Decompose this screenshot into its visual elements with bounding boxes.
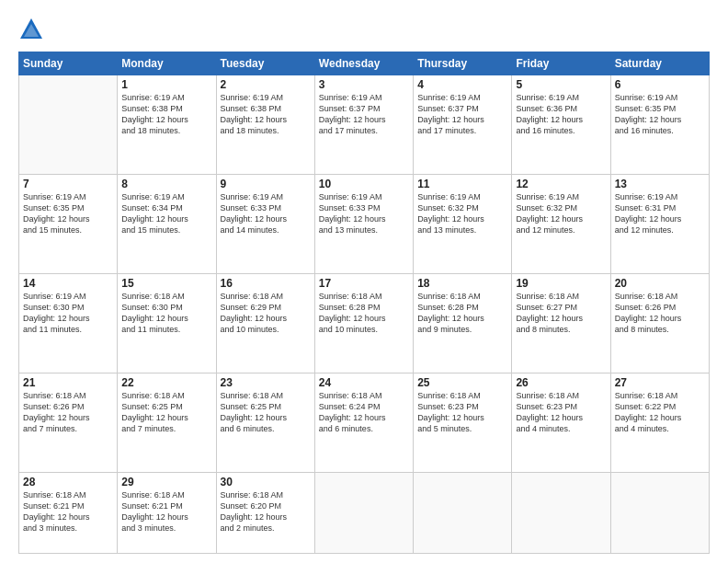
- day-info: Sunrise: 6:18 AMSunset: 6:23 PMDaylight:…: [516, 390, 606, 435]
- logo: [18, 17, 48, 42]
- week-row-2: 14Sunrise: 6:19 AMSunset: 6:30 PMDayligh…: [19, 273, 710, 373]
- day-number: 20: [615, 277, 705, 290]
- day-info: Sunrise: 6:18 AMSunset: 6:25 PMDaylight:…: [121, 390, 211, 435]
- day-info: Sunrise: 6:18 AMSunset: 6:25 PMDaylight:…: [221, 390, 311, 435]
- calendar-cell: 1Sunrise: 6:19 AMSunset: 6:38 PMDaylight…: [118, 75, 216, 175]
- day-number: 10: [319, 178, 409, 190]
- day-info: Sunrise: 6:18 AMSunset: 6:29 PMDaylight:…: [221, 291, 311, 336]
- day-info: Sunrise: 6:19 AMSunset: 6:30 PMDaylight:…: [23, 291, 113, 336]
- day-info: Sunrise: 6:19 AMSunset: 6:37 PMDaylight:…: [319, 92, 409, 137]
- day-number: 4: [417, 78, 507, 91]
- day-number: 22: [121, 376, 211, 389]
- calendar-cell: 19Sunrise: 6:18 AMSunset: 6:27 PMDayligh…: [512, 273, 610, 373]
- calendar-cell: 26Sunrise: 6:18 AMSunset: 6:23 PMDayligh…: [512, 373, 610, 472]
- weekday-header-wednesday: Wednesday: [314, 52, 413, 75]
- calendar-cell: 21Sunrise: 6:18 AMSunset: 6:26 PMDayligh…: [19, 373, 118, 472]
- day-number: 3: [319, 78, 409, 91]
- calendar-cell: 11Sunrise: 6:19 AMSunset: 6:32 PMDayligh…: [414, 174, 512, 273]
- day-number: 7: [23, 178, 113, 190]
- day-number: 16: [221, 277, 311, 290]
- day-number: 11: [417, 178, 507, 190]
- day-number: 26: [516, 376, 606, 389]
- day-info: Sunrise: 6:18 AMSunset: 6:21 PMDaylight:…: [23, 489, 113, 534]
- day-number: 27: [615, 376, 705, 389]
- day-info: Sunrise: 6:19 AMSunset: 6:35 PMDaylight:…: [23, 191, 113, 236]
- day-info: Sunrise: 6:18 AMSunset: 6:22 PMDaylight:…: [615, 390, 705, 435]
- logo-icon: [18, 17, 44, 42]
- day-number: 15: [121, 277, 211, 290]
- day-number: 14: [23, 277, 113, 290]
- day-info: Sunrise: 6:19 AMSunset: 6:35 PMDaylight:…: [615, 92, 705, 137]
- calendar-cell: 17Sunrise: 6:18 AMSunset: 6:28 PMDayligh…: [314, 273, 413, 373]
- day-number: 21: [23, 376, 113, 389]
- calendar-cell: 16Sunrise: 6:18 AMSunset: 6:29 PMDayligh…: [216, 273, 314, 373]
- calendar-cell: 14Sunrise: 6:19 AMSunset: 6:30 PMDayligh…: [19, 273, 118, 373]
- day-info: Sunrise: 6:18 AMSunset: 6:28 PMDaylight:…: [417, 291, 507, 336]
- day-info: Sunrise: 6:18 AMSunset: 6:27 PMDaylight:…: [516, 291, 606, 336]
- calendar-cell: 24Sunrise: 6:18 AMSunset: 6:24 PMDayligh…: [314, 373, 413, 472]
- day-info: Sunrise: 6:18 AMSunset: 6:26 PMDaylight:…: [23, 390, 113, 435]
- week-row-4: 28Sunrise: 6:18 AMSunset: 6:21 PMDayligh…: [19, 472, 710, 553]
- day-info: Sunrise: 6:19 AMSunset: 6:33 PMDaylight:…: [319, 191, 409, 236]
- day-number: 23: [221, 376, 311, 389]
- calendar-cell: 12Sunrise: 6:19 AMSunset: 6:32 PMDayligh…: [512, 174, 610, 273]
- day-info: Sunrise: 6:19 AMSunset: 6:37 PMDaylight:…: [417, 92, 507, 137]
- calendar-cell: 7Sunrise: 6:19 AMSunset: 6:35 PMDaylight…: [19, 174, 118, 273]
- weekday-header-thursday: Thursday: [414, 52, 512, 75]
- day-info: Sunrise: 6:18 AMSunset: 6:30 PMDaylight:…: [121, 291, 211, 336]
- day-info: Sunrise: 6:18 AMSunset: 6:24 PMDaylight:…: [319, 390, 409, 435]
- day-number: 1: [121, 78, 211, 91]
- weekday-header-tuesday: Tuesday: [216, 52, 314, 75]
- day-info: Sunrise: 6:19 AMSunset: 6:38 PMDaylight:…: [121, 92, 211, 137]
- day-info: Sunrise: 6:19 AMSunset: 6:32 PMDaylight:…: [417, 191, 507, 236]
- calendar-cell: 2Sunrise: 6:19 AMSunset: 6:38 PMDaylight…: [216, 75, 314, 175]
- weekday-header-monday: Monday: [118, 52, 216, 75]
- calendar-page: SundayMondayTuesdayWednesdayThursdayFrid…: [0, 0, 728, 563]
- header: [18, 17, 710, 42]
- day-number: 2: [221, 78, 311, 91]
- day-info: Sunrise: 6:19 AMSunset: 6:38 PMDaylight:…: [221, 92, 311, 137]
- day-info: Sunrise: 6:19 AMSunset: 6:32 PMDaylight:…: [516, 191, 606, 236]
- calendar-cell: 15Sunrise: 6:18 AMSunset: 6:30 PMDayligh…: [118, 273, 216, 373]
- calendar-table: SundayMondayTuesdayWednesdayThursdayFrid…: [18, 52, 710, 554]
- week-row-1: 7Sunrise: 6:19 AMSunset: 6:35 PMDaylight…: [19, 174, 710, 273]
- calendar-cell: [610, 472, 709, 553]
- calendar-cell: [414, 472, 512, 553]
- day-number: 28: [23, 476, 113, 488]
- day-info: Sunrise: 6:18 AMSunset: 6:28 PMDaylight:…: [319, 291, 409, 336]
- day-number: 25: [417, 376, 507, 389]
- calendar-cell: 8Sunrise: 6:19 AMSunset: 6:34 PMDaylight…: [118, 174, 216, 273]
- calendar-cell: 6Sunrise: 6:19 AMSunset: 6:35 PMDaylight…: [610, 75, 709, 175]
- day-info: Sunrise: 6:18 AMSunset: 6:21 PMDaylight:…: [121, 489, 211, 534]
- calendar-cell: 27Sunrise: 6:18 AMSunset: 6:22 PMDayligh…: [610, 373, 709, 472]
- calendar-cell: 30Sunrise: 6:18 AMSunset: 6:20 PMDayligh…: [216, 472, 314, 553]
- day-number: 13: [615, 178, 705, 190]
- day-number: 17: [319, 277, 409, 290]
- day-info: Sunrise: 6:19 AMSunset: 6:34 PMDaylight:…: [121, 191, 211, 236]
- calendar-cell: [314, 472, 413, 553]
- week-row-0: 1Sunrise: 6:19 AMSunset: 6:38 PMDaylight…: [19, 75, 710, 175]
- calendar-cell: [512, 472, 610, 553]
- day-number: 30: [221, 476, 311, 488]
- weekday-header-saturday: Saturday: [610, 52, 709, 75]
- calendar-cell: 4Sunrise: 6:19 AMSunset: 6:37 PMDaylight…: [414, 75, 512, 175]
- calendar-cell: 22Sunrise: 6:18 AMSunset: 6:25 PMDayligh…: [118, 373, 216, 472]
- calendar-cell: 10Sunrise: 6:19 AMSunset: 6:33 PMDayligh…: [314, 174, 413, 273]
- day-number: 18: [417, 277, 507, 290]
- calendar-cell: 5Sunrise: 6:19 AMSunset: 6:36 PMDaylight…: [512, 75, 610, 175]
- day-number: 12: [516, 178, 606, 190]
- week-row-3: 21Sunrise: 6:18 AMSunset: 6:26 PMDayligh…: [19, 373, 710, 472]
- weekday-header-row: SundayMondayTuesdayWednesdayThursdayFrid…: [19, 52, 710, 75]
- calendar-cell: 18Sunrise: 6:18 AMSunset: 6:28 PMDayligh…: [414, 273, 512, 373]
- calendar-cell: 20Sunrise: 6:18 AMSunset: 6:26 PMDayligh…: [610, 273, 709, 373]
- day-info: Sunrise: 6:19 AMSunset: 6:31 PMDaylight:…: [615, 191, 705, 236]
- weekday-header-sunday: Sunday: [19, 52, 118, 75]
- calendar-cell: 13Sunrise: 6:19 AMSunset: 6:31 PMDayligh…: [610, 174, 709, 273]
- day-info: Sunrise: 6:18 AMSunset: 6:23 PMDaylight:…: [417, 390, 507, 435]
- calendar-cell: 29Sunrise: 6:18 AMSunset: 6:21 PMDayligh…: [118, 472, 216, 553]
- day-number: 19: [516, 277, 606, 290]
- day-number: 5: [516, 78, 606, 91]
- calendar-cell: 23Sunrise: 6:18 AMSunset: 6:25 PMDayligh…: [216, 373, 314, 472]
- calendar-cell: 3Sunrise: 6:19 AMSunset: 6:37 PMDaylight…: [314, 75, 413, 175]
- calendar-cell: 9Sunrise: 6:19 AMSunset: 6:33 PMDaylight…: [216, 174, 314, 273]
